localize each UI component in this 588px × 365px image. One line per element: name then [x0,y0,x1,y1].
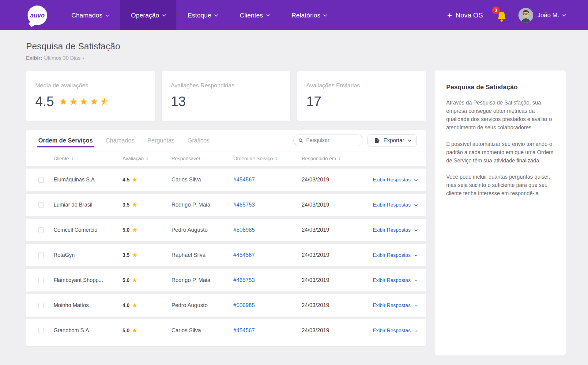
star-icon: ★ [90,97,99,106]
chevron-down-icon [414,177,418,181]
chevron-down-icon [323,13,327,17]
order-link-cell: #465753 [233,202,302,208]
row-checkbox[interactable] [38,202,44,208]
tabs-bar: Ordem de Serviços Chamados Perguntas Grá… [26,130,426,151]
responsible-name: Pedro Augusto [172,302,233,309]
tab-ordem-de-servicos[interactable]: Ordem de Serviços [38,130,93,151]
stat-cards-row: Média de avaliações 4.5 ★ ★ ★ ★ ☆★ Avali… [26,71,426,121]
chevron-down-icon [414,253,418,256]
nav-item-chamados[interactable]: Chamados [60,0,120,30]
chevron-down-icon [562,13,566,17]
info-panel-paragraph: É possível automatizar seu envio tornand… [446,140,554,165]
column-header-responsavel: Responsável [172,156,233,162]
notifications-button[interactable]: 3 [495,8,507,22]
sort-icon[interactable]: ▲▼ [338,157,341,160]
table-header-row: Cliente ▲▼ Avaliação ▲▼ Responsável Orde… [26,151,426,166]
show-answers-link[interactable]: Exibir Respostas [373,277,417,283]
filter-value: Últimos 30 Dias [44,55,81,61]
show-answers-link[interactable]: Exibir Respostas [373,328,417,333]
order-link-cell: #465753 [233,277,302,283]
row-checkbox[interactable] [38,328,44,333]
order-link[interactable]: #454567 [233,252,255,258]
user-menu[interactable]: João M. [518,8,565,23]
main-column: Pesquisa de Satisfação Exibir: Últimos 3… [26,30,426,355]
tab-chamados[interactable]: Chamados [106,130,134,151]
nova-os-button[interactable]: + Nova OS [447,11,483,19]
row-checkbox[interactable] [38,253,44,258]
nav-item-label: Estoque [188,12,211,19]
sort-icon[interactable]: ▲▼ [146,157,148,160]
nav-item-label: Chamados [71,12,103,19]
show-answers-link[interactable]: Exibir Respostas [373,227,417,233]
chevron-down-icon [414,278,418,281]
chevron-down-icon [408,138,411,142]
chevron-down-icon [414,328,418,332]
responded-date: 24/03/2019 [302,277,356,283]
rating-cell: 5.0★ [123,277,172,284]
export-button[interactable]: Exportar [368,134,417,146]
column-header-avaliacao[interactable]: Avaliação ▲▼ [123,156,172,162]
nav-item-label: Operação [131,12,159,19]
stat-value: 13 [171,94,186,109]
rating-cell: 5.0★ [123,327,172,334]
search-box[interactable] [293,135,363,146]
star-icon: ★ [132,226,137,234]
date-range-filter[interactable]: Exibir: Últimos 30 Dias ▾ [26,55,426,61]
stat-card-sent: Avaliações Enviadas 17 [297,71,426,121]
column-header-respondido[interactable]: Respondido em ▲▼ [302,156,356,162]
table-row: Flamboyant Shopp... 5.0★ Rodrigo P. Maia… [26,266,426,291]
caret-down-icon: ▾ [82,56,84,60]
responded-date: 24/03/2019 [302,327,356,334]
star-icon: ★ [132,201,137,208]
row-checkbox[interactable] [38,278,44,283]
nav-item-estoque[interactable]: Estoque [176,0,228,30]
responsible-name: Rodrigo P. Maia [172,277,233,283]
show-answers-link[interactable]: Exibir Respostas [373,302,417,308]
order-link[interactable]: #465753 [233,202,255,208]
order-link[interactable]: #506985 [233,302,255,308]
order-link[interactable]: #454567 [233,177,255,183]
row-checkbox[interactable] [38,177,44,183]
row-checkbox[interactable] [38,303,44,308]
notification-badge: 3 [492,6,500,14]
nav-item-operacao[interactable]: Operação [120,0,176,30]
order-link[interactable]: #465753 [233,277,255,283]
table-row: Elumáquinas S.A 4.5★ Carlos Silva #45456… [26,166,426,191]
show-answers-link[interactable]: Exibir Respostas [373,177,417,183]
star-icon: ★ [132,302,137,309]
client-name: Granobom S.A [54,327,123,334]
star-icon: ★ [132,327,137,334]
search-input[interactable] [306,137,358,143]
info-panel: Pesquisa de Satisfação Através da Pesqui… [435,70,566,355]
chevron-down-icon [214,13,218,17]
stat-card-responded: Avaliações Respondidas 13 [162,71,291,121]
nav-item-clientes[interactable]: Clientes [228,0,280,30]
navbar-right: + Nova OS 3 [447,8,565,23]
column-header-ordem[interactable]: Ordem de Serviço ▲▼ [233,156,302,162]
tab-perguntas[interactable]: Perguntas [147,130,175,151]
show-answers-link[interactable]: Exibir Respostas [373,252,417,258]
page-title: Pesquisa de Satisfação [26,41,426,51]
search-icon [299,138,303,143]
order-link[interactable]: #454567 [233,327,255,333]
tab-graficos[interactable]: Gráficos [187,130,210,151]
stat-label: Média de avaliações [35,82,146,89]
client-name: RotaGyn [54,252,123,258]
export-label: Exportar [383,137,404,144]
user-avatar [518,8,533,23]
nav-item-relatorios[interactable]: Relatórios [280,0,338,30]
show-answers-link[interactable]: Exibir Respostas [373,202,417,208]
auvo-logo-text: auvo [30,12,44,19]
row-checkbox[interactable] [38,227,44,233]
star-icon: ★ [80,97,88,106]
column-header-cliente[interactable]: Cliente ▲▼ [54,156,123,162]
main-nav: Chamados Operação Estoque Clientes Relat… [60,0,337,30]
results-table-card: Ordem de Serviços Chamados Perguntas Grá… [26,130,426,346]
client-name: Lumiar do Brasil [54,202,123,208]
order-link[interactable]: #506985 [233,227,255,233]
user-name-label: João M. [537,12,559,19]
chevron-down-icon [266,13,270,17]
sort-icon[interactable]: ▲▼ [71,157,74,160]
auvo-logo[interactable]: auvo [28,6,47,25]
sort-icon[interactable]: ▲▼ [275,157,277,160]
